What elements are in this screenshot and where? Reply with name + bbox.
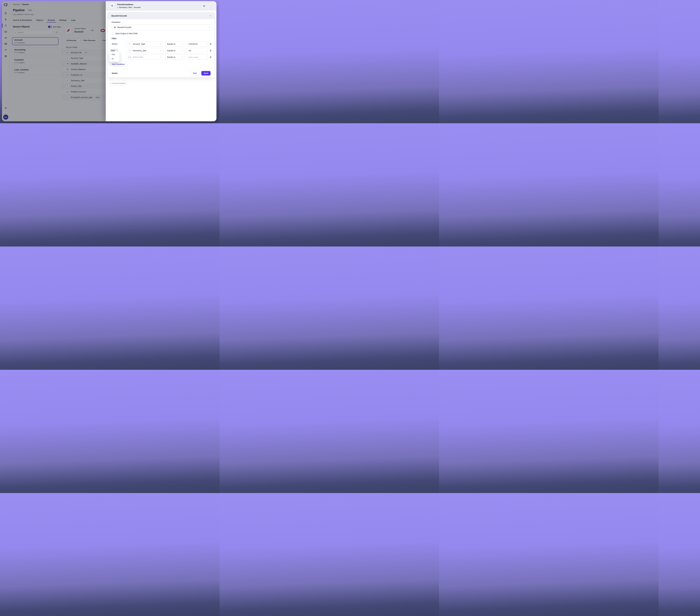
condition-row-1: Where T Account_Type Equals to — [112, 41, 211, 47]
connector-dropdown: And Or — [110, 51, 120, 62]
transformation-card-header[interactable]: Base64 Encode — [108, 12, 214, 19]
subtitle-object: Account — [134, 7, 140, 9]
transformation-card-footer: Delete Test Save — [108, 69, 214, 77]
transformation-card-body: Function* Base64 Encode Save Output in N… — [108, 19, 214, 66]
transformation-title: Base64 Encode — [111, 15, 209, 17]
condition-field-value: Dormancy_Stat — [133, 49, 146, 52]
function-select[interactable]: Base64 Encode — [112, 25, 213, 30]
add-transformation-button[interactable]: + Transformation — [108, 81, 128, 85]
chevron-down-icon — [181, 43, 183, 45]
field-type-icon: {···} — [128, 56, 131, 59]
field-type-icon: T — [128, 42, 131, 46]
field-type-icon: T — [128, 49, 131, 52]
condition-operator-select[interactable]: Equals to — [165, 48, 185, 53]
panel-title: Transformations — [117, 3, 134, 5]
condition-connector-where: Where — [112, 43, 126, 45]
condition-row-3: {···} Select Field Equals to — [112, 54, 211, 60]
function-value: Base64 Encode — [117, 26, 131, 28]
dropdown-option-or[interactable]: Or — [110, 57, 120, 61]
panel-subtitle: on Dormancy_Stat in Account — [117, 7, 140, 9]
eye-off-icon — [114, 26, 116, 28]
condition-operator-value: Equals to — [167, 56, 175, 58]
chevron-down-icon — [160, 43, 162, 45]
condition-value-input[interactable] — [187, 48, 208, 53]
test-button[interactable]: Test — [190, 71, 200, 75]
condition-value-input[interactable] — [187, 41, 208, 47]
condition-operator-value: Equals to — [167, 49, 175, 52]
save-output-label: Save Output in New Field — [115, 32, 138, 35]
condition-row-2: And T Dormancy_Stat Equals to — [112, 48, 211, 53]
filter-conditions: Where T Account_Type Equals to — [112, 41, 211, 60]
chevron-up-icon[interactable] — [209, 15, 211, 17]
delete-button[interactable]: Delete — [112, 72, 117, 74]
chevron-down-icon — [181, 56, 183, 58]
trash-icon[interactable] — [210, 49, 212, 52]
chevron-down-icon — [209, 26, 211, 28]
app-window: UA Pipelines/Pipeline Pipeline Draft Las… — [2, 1, 216, 121]
shuffle-icon — [111, 4, 113, 7]
chevron-down-icon — [181, 50, 183, 51]
condition-value-input[interactable] — [187, 54, 208, 60]
dropdown-option-and[interactable]: And — [110, 52, 120, 57]
close-panel-button[interactable] — [209, 4, 212, 7]
condition-field-select[interactable]: T Dormancy_Stat — [126, 48, 163, 53]
save-output-checkbox[interactable] — [112, 32, 114, 35]
function-label: Function* — [112, 21, 211, 23]
transformations-panel: Transformations on Dormancy_Stat in Acco… — [106, 1, 216, 121]
condition-operator-select[interactable]: Equals to — [165, 41, 185, 47]
collapse-panel-button[interactable] — [203, 4, 205, 7]
panel-icon-box — [109, 3, 115, 9]
transformation-card: Base64 Encode Function* Base64 Encode Sa… — [108, 12, 215, 77]
save-button[interactable]: Save — [201, 71, 211, 75]
save-output-row: Save Output in New Field — [112, 32, 211, 35]
condition-field-select[interactable]: T Account_Type — [126, 41, 163, 47]
trash-icon[interactable] — [210, 56, 212, 58]
condition-operator-value: Equals to — [167, 43, 175, 45]
subtitle-on: on — [117, 7, 119, 9]
chevron-down-icon — [160, 50, 162, 51]
trash-icon[interactable] — [210, 43, 212, 45]
condition-field-select[interactable]: {···} Select Field — [126, 54, 163, 60]
chevron-down-icon — [160, 56, 162, 58]
subtitle-field: Dormancy_Stat — [119, 7, 132, 9]
condition-field-value: Account_Type — [133, 43, 145, 45]
condition-operator-select[interactable]: Equals to — [165, 54, 185, 60]
add-condition-button[interactable]: Add Condition — [110, 62, 127, 66]
subtitle-in: in — [132, 7, 133, 9]
chevron-down-icon — [115, 50, 117, 51]
filter-section-label: Filter — [112, 37, 211, 40]
condition-field-placeholder: Select Field — [133, 56, 143, 58]
panel-header: Transformations on Dormancy_Stat in Acco… — [106, 1, 216, 11]
